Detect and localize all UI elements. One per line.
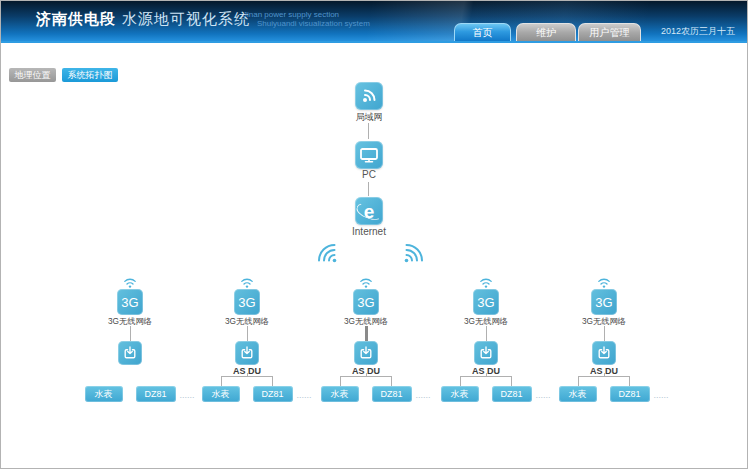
network-3g-node: 3G [353, 289, 379, 315]
branch-connector [578, 376, 630, 386]
dz81-button[interactable]: DZ81 [610, 386, 650, 402]
network-label: 3G无线网络 [108, 316, 152, 325]
meter-row: 水表 DZ81 ...... [441, 386, 532, 402]
branch-connector [340, 376, 392, 386]
lan-node [355, 82, 383, 110]
topology-column-5: 3G 3G无线网络 AS DU 水表 DZ81 ...... [545, 278, 663, 402]
water-meter-button[interactable]: 水表 [85, 386, 123, 402]
connector-lan-pc [368, 123, 369, 139]
subtitle-en-line1: Jinan power supply section [243, 10, 370, 19]
app-subtitle-english: Jinan power supply section Shuiyuandi vi… [243, 10, 370, 28]
water-meter-button[interactable]: 水表 [202, 386, 240, 402]
lan-label: 局域网 [324, 111, 414, 124]
connector-3g-device [604, 326, 605, 341]
meter-row: 水表 DZ81 ...... [559, 386, 650, 402]
network-3g-node: 3G [591, 289, 617, 315]
connector-3g-device [486, 326, 487, 341]
data-collector-icon [122, 345, 138, 361]
ie-orbit-ring [354, 200, 385, 223]
topology-column-3: 3G 3G无线网络 AS DU 水表 DZ81 ...... [307, 278, 425, 402]
wifi-icon [597, 278, 611, 288]
wifi-icon [240, 278, 254, 288]
meter-row: 水表 DZ81 ...... [85, 386, 176, 402]
subtitle-en-line2: Shuiyuandi visualization system [243, 19, 370, 28]
topology-column-1: 3G 3G无线网络 水表 DZ81 ...... [71, 278, 189, 402]
topology-column-4: 3G 3G无线网络 AS DU 水表 DZ81 ...... [427, 278, 545, 402]
meter-row: 水表 DZ81 ...... [321, 386, 412, 402]
data-collector-icon [596, 345, 612, 361]
ie-browser-icon: e [358, 200, 380, 222]
connector-3g-device [247, 326, 248, 341]
ellipsis-more: ...... [654, 390, 669, 400]
app-title: 济南供电段 [36, 10, 116, 27]
pc-label: PC [324, 169, 414, 180]
page-title: 济南供电段水源地可视化系统 [36, 10, 250, 29]
data-collector-node [474, 341, 498, 365]
rss-signal-icon [361, 88, 377, 104]
dz81-button[interactable]: DZ81 [136, 386, 176, 402]
app-header: 济南供电段水源地可视化系统 Jinan power supply section… [1, 1, 747, 43]
wifi-icon [359, 278, 373, 288]
lunar-date-text: 2012农历三月十五 [661, 25, 735, 38]
network-label: 3G无线网络 [582, 316, 626, 325]
data-collector-node [235, 341, 259, 365]
dz81-button[interactable]: DZ81 [253, 386, 293, 402]
data-collector-icon [478, 345, 494, 361]
app-subtitle: 水源地可视化系统 [122, 10, 250, 27]
network-3g-node: 3G [234, 289, 260, 315]
tab-maintenance[interactable]: 维护 [516, 23, 576, 41]
data-collector-node [354, 341, 378, 365]
system-topology-button[interactable]: 系统拓扑图 [62, 68, 118, 82]
wifi-waves-right-icon [403, 241, 426, 264]
connector-3g-device [130, 326, 131, 341]
connector-pc-internet [368, 182, 369, 196]
tab-user-management[interactable]: 用户管理 [578, 23, 641, 41]
pc-node [355, 141, 383, 169]
topology-column-2: 3G 3G无线网络 AS DU 水表 DZ81 ...... [188, 278, 306, 402]
water-meter-button[interactable]: 水表 [559, 386, 597, 402]
network-label: 3G无线网络 [464, 316, 508, 325]
app-window: 济南供电段水源地可视化系统 Jinan power supply section… [0, 0, 748, 469]
wifi-icon [123, 278, 137, 288]
network-label: 3G无线网络 [225, 316, 269, 325]
wifi-icon [479, 278, 493, 288]
water-meter-button[interactable]: 水表 [321, 386, 359, 402]
data-collector-icon [239, 345, 255, 361]
tab-home[interactable]: 首页 [454, 23, 511, 41]
monitor-icon [360, 148, 378, 163]
network-label: 3G无线网络 [344, 316, 388, 325]
meter-row: 水表 DZ81 ...... [202, 386, 293, 402]
internet-label: Internet [324, 226, 414, 237]
water-meter-button[interactable]: 水表 [441, 386, 479, 402]
geographic-location-button[interactable]: 地理位置 [9, 68, 56, 82]
network-3g-node: 3G [473, 289, 499, 315]
data-collector-icon [358, 345, 374, 361]
dz81-button[interactable]: DZ81 [372, 386, 412, 402]
branch-connector [460, 376, 512, 386]
connector-3g-device [365, 326, 368, 341]
wifi-waves-left-icon [315, 241, 338, 264]
branch-connector [221, 376, 273, 386]
dz81-button[interactable]: DZ81 [492, 386, 532, 402]
internet-node: e [355, 197, 383, 225]
network-3g-node: 3G [117, 289, 143, 315]
data-collector-node [118, 341, 142, 365]
data-collector-node [592, 341, 616, 365]
